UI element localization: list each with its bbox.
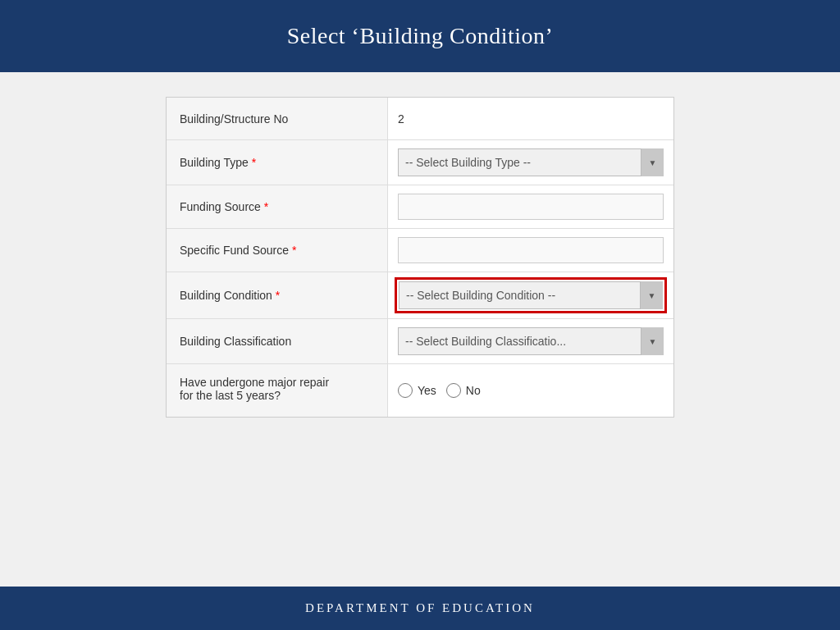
row-building-type: Building Type * -- Select Building Type … [167, 140, 673, 185]
row-building-condition: Building Condition * -- Select Building … [167, 272, 673, 319]
funding-source-input[interactable] [398, 194, 664, 220]
label-building-structure-no: Building/Structure No [167, 98, 388, 139]
value-major-repair: Yes No [388, 364, 673, 417]
row-specific-fund-source: Specific Fund Source * [167, 229, 673, 272]
required-marker-building-condition: * [276, 289, 280, 302]
value-building-structure-no: 2 [388, 98, 673, 139]
value-funding-source [388, 185, 673, 228]
header-title: Select ‘Building Condition’ [287, 23, 554, 48]
building-condition-highlight-wrapper: -- Select Building Condition -- [395, 277, 667, 313]
building-structure-no-value: 2 [398, 112, 404, 126]
value-specific-fund-source [388, 229, 673, 272]
radio-option-yes[interactable]: Yes [398, 383, 436, 398]
required-marker-funding-source: * [264, 200, 268, 213]
radio-option-no[interactable]: No [446, 383, 481, 398]
label-specific-fund-source: Specific Fund Source * [167, 229, 388, 272]
footer-title: Department of Education [305, 601, 535, 614]
radio-yes[interactable] [398, 383, 413, 398]
row-building-classification: Building Classification -- Select Buildi… [167, 319, 673, 364]
building-condition-select-wrapper: -- Select Building Condition -- [399, 281, 663, 309]
value-building-classification: -- Select Building Classificatio... [388, 319, 673, 363]
row-funding-source: Funding Source * [167, 185, 673, 229]
building-type-select[interactable]: -- Select Building Type -- [398, 148, 664, 176]
form-table: Building/Structure No 2 Building Type * … [166, 97, 674, 418]
required-marker-building-type: * [252, 156, 256, 169]
row-major-repair: Have undergone major repair for the last… [167, 364, 673, 417]
label-building-condition: Building Condition * [167, 272, 388, 318]
label-major-repair: Have undergone major repair for the last… [167, 364, 388, 417]
value-building-type: -- Select Building Type -- [388, 140, 673, 185]
value-building-condition: -- Select Building Condition -- [388, 272, 673, 318]
label-building-classification: Building Classification [167, 319, 388, 363]
building-classification-select-wrapper: -- Select Building Classificatio... [398, 327, 664, 355]
required-marker-specific-fund-source: * [292, 244, 296, 257]
building-condition-select[interactable]: -- Select Building Condition -- [399, 281, 663, 309]
label-building-type: Building Type * [167, 140, 388, 185]
page-header: Select ‘Building Condition’ [0, 0, 840, 72]
main-content: Building/Structure No 2 Building Type * … [0, 72, 840, 587]
radio-yes-label: Yes [418, 384, 436, 397]
building-classification-select[interactable]: -- Select Building Classificatio... [398, 327, 664, 355]
building-type-select-wrapper: -- Select Building Type -- [398, 148, 664, 176]
radio-no-label: No [466, 384, 481, 397]
row-building-structure-no: Building/Structure No 2 [167, 98, 673, 140]
specific-fund-source-input[interactable] [398, 237, 664, 263]
major-repair-radio-group: Yes No [398, 383, 481, 398]
radio-no[interactable] [446, 383, 461, 398]
page-footer: Department of Education [0, 587, 840, 630]
label-funding-source: Funding Source * [167, 185, 388, 228]
